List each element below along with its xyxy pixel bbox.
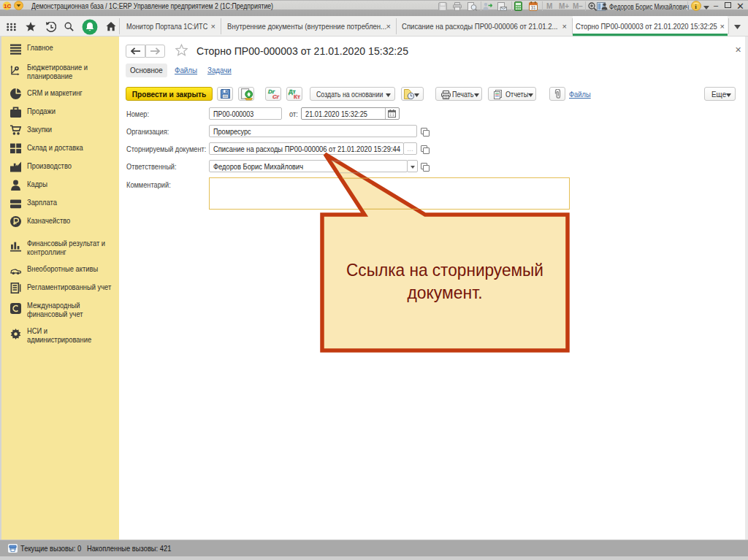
svg-text:Cr: Cr: [272, 93, 280, 100]
svg-text:Ссылка на сторнируемый: Ссылка на сторнируемый: [346, 260, 543, 280]
svg-text:31: 31: [530, 5, 536, 10]
svg-text:1С: 1С: [4, 3, 11, 9]
svg-text:документ.: документ.: [408, 283, 483, 302]
svg-text:Кт: Кт: [294, 93, 300, 100]
